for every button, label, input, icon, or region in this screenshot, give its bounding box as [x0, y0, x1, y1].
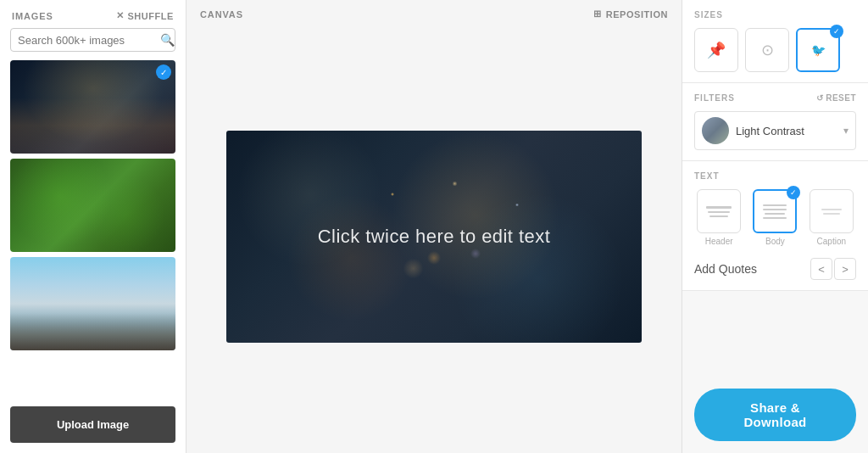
images-grid: ✓ — [0, 60, 186, 398]
shuffle-icon: ✕ — [116, 10, 125, 21]
filters-header: FILTERS ↺ RESET — [694, 93, 856, 103]
text-option-body[interactable]: ✓ Body — [753, 189, 797, 246]
search-icon: 🔍 — [160, 33, 175, 47]
selected-badge-city: ✓ — [156, 64, 171, 80]
caption-label: Caption — [817, 237, 846, 246]
twitter-icon: 🐦 — [811, 43, 826, 57]
reset-button[interactable]: ↺ RESET — [816, 93, 856, 103]
text-section: TEXT Header ✓ — [682, 161, 868, 291]
text-box-header — [697, 189, 741, 233]
search-bar: 🔍 — [10, 28, 175, 52]
reset-label: RESET — [826, 93, 856, 103]
body-line-2 — [763, 209, 787, 210]
sizes-section: SIZES 📌 ⊙ ✓ 🐦 — [682, 0, 868, 83]
image-thumb-city[interactable]: ✓ — [10, 60, 175, 154]
reset-icon: ↺ — [816, 93, 824, 103]
canvas-image[interactable]: Click twice here to edit text — [226, 131, 642, 343]
search-button[interactable]: 🔍 — [160, 33, 175, 47]
caption-line-1 — [821, 209, 842, 210]
size-pinterest[interactable]: 📌 — [694, 28, 738, 72]
add-quotes-label: Add Quotes — [694, 262, 757, 276]
reposition-icon: ⊞ — [593, 8, 602, 20]
text-option-header[interactable]: Header — [697, 189, 741, 246]
body-line-1 — [763, 204, 787, 206]
canvas-header: CANVAS ⊞ REPOSITION — [186, 0, 682, 28]
share-download-button[interactable]: Share & Download — [694, 389, 856, 441]
filter-preview-image — [702, 117, 729, 144]
left-panel-header: IMAGES ✕ SHUFFLE — [0, 0, 186, 28]
circle-icon: ⊙ — [761, 41, 774, 59]
sizes-row: 📌 ⊙ ✓ 🐦 — [694, 28, 856, 72]
canvas-wrapper: Click twice here to edit text — [186, 28, 682, 453]
image-thumb-green[interactable] — [10, 159, 175, 252]
shuffle-label: SHUFFLE — [127, 11, 174, 21]
size-circle[interactable]: ⊙ — [745, 28, 789, 72]
body-label: Body — [765, 237, 785, 246]
search-input[interactable] — [18, 34, 160, 47]
filters-section: FILTERS ↺ RESET Light Contrast ▾ — [682, 83, 868, 161]
header-lines — [706, 206, 732, 217]
sizes-title: SIZES — [694, 10, 856, 20]
canvas-area: CANVAS ⊞ REPOSITION Click twice here to … — [186, 0, 682, 453]
header-label: Header — [705, 237, 733, 246]
shuffle-button[interactable]: ✕ SHUFFLE — [116, 10, 174, 21]
share-section: Share & Download — [682, 377, 868, 453]
filters-title: FILTERS — [694, 93, 735, 103]
selected-badge-body: ✓ — [787, 186, 800, 199]
twitter-bird-icon: 🐦 — [811, 43, 826, 57]
text-title: TEXT — [694, 171, 856, 181]
left-panel: IMAGES ✕ SHUFFLE 🔍 ✓ Upload Image — [0, 0, 186, 453]
text-box-caption — [810, 189, 854, 233]
reposition-label: REPOSITION — [606, 9, 668, 20]
pinterest-icon: 📌 — [707, 41, 726, 59]
filter-chevron-icon: ▾ — [843, 125, 849, 137]
upload-button[interactable]: Upload Image — [10, 406, 175, 443]
text-box-body: ✓ — [753, 189, 797, 233]
selected-badge-twitter: ✓ — [830, 25, 843, 38]
header-line-1 — [706, 206, 732, 209]
size-twitter[interactable]: ✓ 🐦 — [796, 28, 840, 72]
canvas-label: CANVAS — [200, 9, 243, 20]
quotes-next-button[interactable]: > — [834, 258, 856, 280]
quotes-nav: < > — [810, 258, 856, 280]
image-thumb-sky[interactable] — [10, 257, 175, 350]
reposition-button[interactable]: ⊞ REPOSITION — [593, 8, 668, 20]
filter-select[interactable]: Light Contrast ▾ — [694, 111, 856, 150]
images-title: IMAGES — [12, 11, 53, 21]
body-line-3 — [765, 213, 785, 215]
header-line-2 — [708, 211, 730, 213]
filter-name: Light Contrast — [736, 125, 837, 137]
body-lines — [763, 204, 787, 219]
text-option-caption[interactable]: Caption — [810, 189, 854, 246]
add-quotes-row: Add Quotes < > — [694, 253, 856, 280]
caption-lines — [821, 209, 842, 215]
right-panel: SIZES 📌 ⊙ ✓ 🐦 FILTERS ↺ RESET — [682, 0, 868, 453]
header-line-3 — [709, 215, 728, 217]
body-line-4 — [763, 217, 787, 219]
text-options: Header ✓ Body — [694, 189, 856, 246]
quotes-prev-button[interactable]: < — [810, 258, 832, 280]
caption-line-2 — [823, 213, 840, 215]
canvas-edit-text[interactable]: Click twice here to edit text — [318, 226, 550, 248]
